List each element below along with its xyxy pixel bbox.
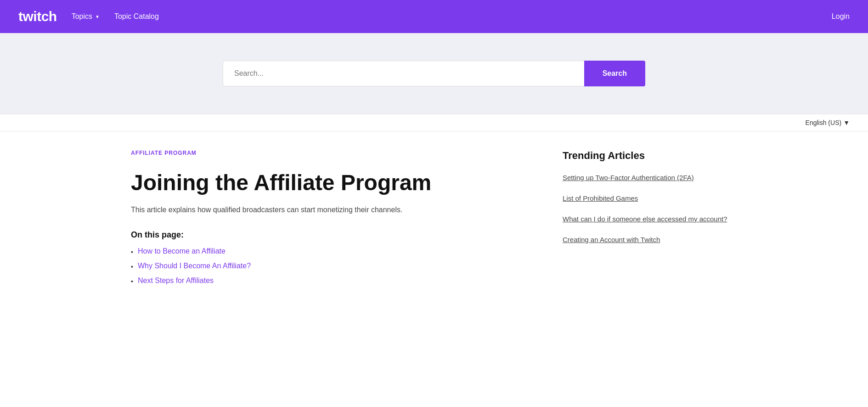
language-selector[interactable]: English (US) ▼ xyxy=(806,119,850,126)
toc-link-1[interactable]: How to Become an Affiliate xyxy=(138,247,225,255)
navbar-left: twitch Topics ▼ Topic Catalog xyxy=(18,9,159,24)
trending-list: Setting up Two-Factor Authentication (2F… xyxy=(563,173,737,246)
topic-catalog-link[interactable]: Topic Catalog xyxy=(114,12,159,21)
trending-articles-title: Trending Articles xyxy=(563,150,737,162)
trending-item-2: List of Prohibited Games xyxy=(563,193,737,205)
breadcrumb: AFFILIATE PROGRAM xyxy=(131,150,526,156)
toc-bullet-3: ▪ xyxy=(131,277,133,285)
trending-link-3[interactable]: What can I do if someone else accessed m… xyxy=(563,215,727,223)
article-title: Joining the Affiliate Program xyxy=(131,171,526,195)
search-button[interactable]: Search xyxy=(584,61,645,86)
trending-item-3: What can I do if someone else accessed m… xyxy=(563,214,737,226)
on-this-page-label: On this page: xyxy=(131,230,526,240)
trending-link-4[interactable]: Creating an Account with Twitch xyxy=(563,236,660,243)
search-bar-wrapper: Search xyxy=(223,61,645,86)
toc-list: ▪ How to Become an Affiliate ▪ Why Shoul… xyxy=(131,247,526,285)
logo: twitch xyxy=(18,9,57,24)
toc-link-3[interactable]: Next Steps for Affiliates xyxy=(138,277,214,285)
login-button[interactable]: Login xyxy=(832,12,850,21)
language-chevron-icon: ▼ xyxy=(843,119,850,126)
navbar: twitch Topics ▼ Topic Catalog Login xyxy=(0,0,868,33)
main-content: AFFILIATE PROGRAM Joining the Affiliate … xyxy=(113,131,755,319)
toc-bullet-2: ▪ xyxy=(131,263,133,270)
trending-item-4: Creating an Account with Twitch xyxy=(563,235,737,246)
trending-item-1: Setting up Two-Factor Authentication (2F… xyxy=(563,173,737,184)
language-bar: English (US) ▼ xyxy=(0,114,868,131)
search-input[interactable] xyxy=(223,61,584,86)
toc-item-1: ▪ How to Become an Affiliate xyxy=(131,247,526,255)
search-section: Search xyxy=(0,33,868,114)
toc-item-2: ▪ Why Should I Become An Affiliate? xyxy=(131,262,526,270)
trending-link-1[interactable]: Setting up Two-Factor Authentication (2F… xyxy=(563,174,694,181)
article-subtitle: This article explains how qualified broa… xyxy=(131,204,526,215)
topics-nav-link[interactable]: Topics ▼ xyxy=(72,12,100,21)
topics-chevron-icon: ▼ xyxy=(95,14,100,19)
language-label: English (US) xyxy=(806,119,842,126)
topics-label: Topics xyxy=(72,12,92,21)
sidebar: Trending Articles Setting up Two-Factor … xyxy=(563,150,737,291)
toc-bullet-1: ▪ xyxy=(131,248,133,255)
trending-link-2[interactable]: List of Prohibited Games xyxy=(563,194,638,202)
toc-item-3: ▪ Next Steps for Affiliates xyxy=(131,277,526,285)
topic-catalog-label: Topic Catalog xyxy=(114,12,159,21)
article-section: AFFILIATE PROGRAM Joining the Affiliate … xyxy=(131,150,526,291)
toc-link-2[interactable]: Why Should I Become An Affiliate? xyxy=(138,262,251,270)
